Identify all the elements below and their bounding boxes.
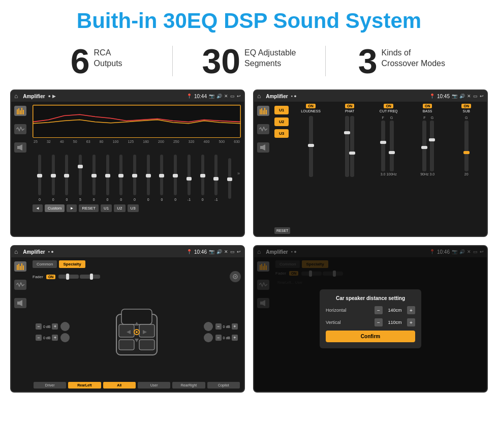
sidebar-wave-icon-3[interactable] <box>14 280 26 290</box>
eq-prev-button[interactable]: ◄ <box>33 204 43 212</box>
eq-u3-button[interactable]: U3 <box>128 204 139 212</box>
eq-slider-0[interactable]: 0 <box>34 155 46 201</box>
loudness-label: LOUDNESS <box>301 109 321 113</box>
car-svg-area <box>74 299 199 365</box>
pin-icon-2: 📍 <box>429 94 435 99</box>
eq-slider-11[interactable]: -1 <box>183 155 195 201</box>
common-tab[interactable]: Common <box>33 260 57 268</box>
freq-630: 630 <box>234 140 240 143</box>
screen2-content: U1 U2 U3 RESET ON LOUDNESS <box>254 102 487 236</box>
screen1-topbar: ⌂ Amplifier ● ▶ 📍 10:44 📷 🔊 ✕ ▭ ↩ <box>11 91 244 102</box>
sidebar-wave-icon[interactable] <box>14 124 26 134</box>
right-top-minus[interactable]: − <box>215 323 222 330</box>
sidebar-eq-icon-3[interactable] <box>14 261 26 272</box>
freq-250: 250 <box>173 140 179 143</box>
xover-reset-button[interactable]: RESET <box>274 227 290 234</box>
back-icon-3: ↩ <box>237 249 241 255</box>
screen3-icons: 📍 10:46 📷 🔊 ✕ ▭ ↩ <box>186 249 241 255</box>
eq-freq-labels: 25 32 40 50 63 80 100 125 160 200 250 32… <box>33 140 241 143</box>
stat-rca: 6 RCAOutputs <box>30 44 162 78</box>
home-icon-2: ⌂ <box>257 93 261 100</box>
left-bottom-plus[interactable]: + <box>52 335 58 341</box>
fader-track-2[interactable] <box>80 275 100 279</box>
user-button[interactable]: User <box>138 382 170 389</box>
sidebar-speaker-icon-2[interactable] <box>257 142 269 153</box>
speaker-circle-lt <box>60 322 70 331</box>
stat-text-crossover: Kinds ofCrossover Modes <box>382 44 445 69</box>
eq-slider-8[interactable]: 0 <box>142 155 154 201</box>
svg-rect-0 <box>17 109 18 114</box>
sidebar-speaker-icon[interactable] <box>14 142 26 153</box>
dialog-title: Car speaker distance setting <box>326 295 415 301</box>
screen3-content: Common Specialty Fader ON <box>11 257 244 392</box>
eq-slider-12[interactable]: 0 <box>197 155 209 201</box>
eq-slider-13[interactable]: -1 <box>210 155 223 201</box>
copilot-button[interactable]: Copilot <box>207 382 240 389</box>
freq-40: 40 <box>60 140 64 143</box>
eq-slider-10[interactable]: 0 <box>169 155 181 201</box>
right-bottom-plus[interactable]: + <box>232 335 238 341</box>
horizontal-control: − 140cm + <box>375 306 415 314</box>
xover-u1-button[interactable]: U1 <box>274 106 289 114</box>
svg-rect-28 <box>119 340 134 350</box>
specialty-tab[interactable]: Specialty <box>59 260 85 268</box>
screen3-time: 10:46 <box>194 249 207 255</box>
eq-slider-6[interactable]: 0 <box>115 155 127 201</box>
screen2-title: Amplifier <box>266 94 288 99</box>
all-button[interactable]: All <box>103 382 136 389</box>
svg-rect-12 <box>266 110 267 114</box>
eq-slider-9[interactable]: 0 <box>156 155 168 201</box>
eq-slider-3[interactable]: 5 <box>74 155 86 201</box>
fader-track-1[interactable] <box>58 275 79 279</box>
eq-reset-button[interactable]: RESET <box>79 204 99 212</box>
horizontal-plus-button[interactable]: + <box>407 306 415 314</box>
svg-rect-11 <box>264 108 265 114</box>
screen2-time: 10:45 <box>437 94 450 99</box>
stat-eq: 30 EQ AdjustableSegments <box>183 44 315 78</box>
svg-rect-27 <box>139 324 154 337</box>
sidebar-eq-icon[interactable] <box>14 106 26 116</box>
eq-controls: ◄ Custom ► RESET U1 U2 U3 <box>33 204 241 212</box>
eq-slider-14[interactable] <box>224 158 236 201</box>
screen1-sidebar <box>11 102 29 236</box>
stat-number-eq: 30 <box>202 44 240 78</box>
vertical-plus-button[interactable]: + <box>407 318 415 326</box>
vertical-minus-button[interactable]: − <box>375 318 383 326</box>
rearright-button[interactable]: RearRight <box>172 382 205 389</box>
sidebar-eq-icon-2[interactable] <box>257 106 269 116</box>
svg-point-23 <box>235 276 236 278</box>
screen3-sidebar <box>11 257 29 392</box>
eq-slider-5[interactable]: 0 <box>102 155 114 201</box>
screen3-topbar: ⌂ Amplifier ▪ ● 📍 10:46 📷 🔊 ✕ ▭ ↩ <box>11 246 244 257</box>
driver-button[interactable]: Driver <box>34 382 66 389</box>
xover-u3-button[interactable]: U3 <box>274 129 289 138</box>
sidebar-speaker-icon-3[interactable] <box>14 298 26 308</box>
settings-icon[interactable] <box>230 271 241 282</box>
eq-slider-4[interactable]: 0 <box>88 155 100 201</box>
xover-u2-button[interactable]: U2 <box>274 117 289 126</box>
eq-u1-button[interactable]: U1 <box>101 204 112 212</box>
left-top-minus[interactable]: − <box>36 323 42 330</box>
left-bottom-minus[interactable]: − <box>36 335 42 341</box>
right-bottom-minus[interactable]: − <box>215 335 222 341</box>
confirm-button[interactable]: Confirm <box>326 331 415 342</box>
right-top-plus[interactable]: + <box>232 323 238 330</box>
eq-u2-button[interactable]: U2 <box>114 204 125 212</box>
eq-slider-7[interactable]: 0 <box>129 155 141 201</box>
freq-160: 160 <box>143 140 149 143</box>
left-top-plus[interactable]: + <box>52 323 58 330</box>
back-icon: ↩ <box>237 94 241 99</box>
eq-custom-button[interactable]: Custom <box>45 204 65 212</box>
eq-slider-2[interactable]: 0 <box>60 155 73 201</box>
speaker-circle-rb <box>204 333 213 342</box>
vertical-label: Vertical <box>326 320 356 325</box>
svg-rect-4 <box>23 110 24 114</box>
svg-rect-19 <box>23 265 24 270</box>
rearleft-button[interactable]: RearLeft <box>68 382 101 389</box>
horizontal-minus-button[interactable]: − <box>375 306 383 314</box>
screen-dialog: ⌂ Amplifier ▪ ● 📍 10:46 📷 🔊 ✕ ▭ ↩ <box>253 245 488 393</box>
svg-rect-29 <box>139 340 154 350</box>
sidebar-wave-icon-2[interactable] <box>257 124 269 134</box>
eq-next-button[interactable]: ► <box>67 204 77 212</box>
eq-slider-1[interactable]: 0 <box>47 155 59 201</box>
